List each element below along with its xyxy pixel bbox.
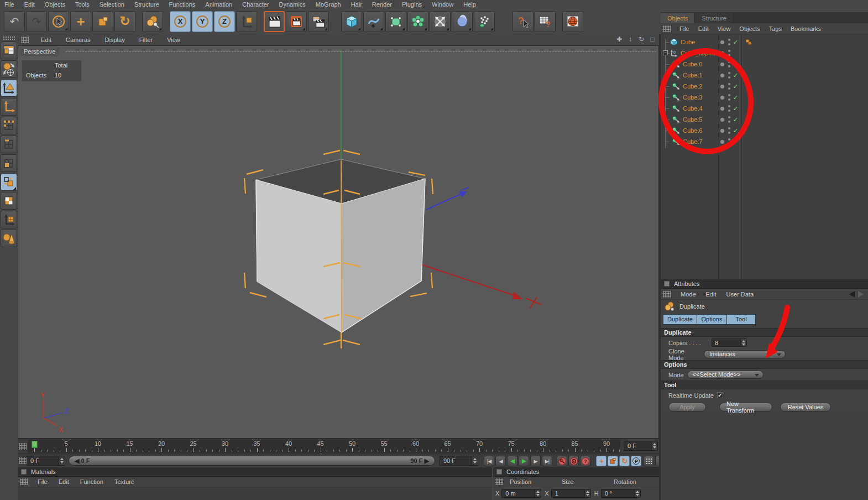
apply-button[interactable]: Apply: [668, 403, 706, 412]
manager-tab[interactable]: Structure: [695, 13, 734, 23]
layer-dot-icon[interactable]: [720, 62, 724, 66]
history-back-icon[interactable]: [849, 291, 855, 298]
enabled-check-icon[interactable]: [733, 127, 738, 134]
maximize-view-icon[interactable]: □: [648, 35, 657, 44]
object-manager-menu-handle[interactable]: [663, 25, 671, 32]
add-generator-button[interactable]: [385, 11, 406, 32]
model-mode-button[interactable]: [1, 79, 17, 97]
move-tool-button[interactable]: +: [70, 11, 91, 32]
materials-menu-item[interactable]: File: [38, 478, 48, 485]
menu-item[interactable]: Render: [372, 1, 392, 8]
layer-dot-icon[interactable]: [720, 107, 724, 111]
edges-mode-button[interactable]: [1, 136, 17, 153]
coordinate-system-button[interactable]: [236, 11, 257, 32]
help-button[interactable]: ?: [513, 11, 534, 32]
make-editable-button[interactable]: [1, 60, 17, 78]
layer-dot-icon[interactable]: [720, 96, 724, 100]
object-row[interactable]: Cube.6: [661, 125, 868, 136]
x-axis-lock-button[interactable]: X: [170, 11, 191, 32]
current-frame-field[interactable]: 0 F: [27, 456, 65, 466]
z-axis-lock-button[interactable]: Z: [214, 11, 235, 32]
visibility-toggles-icon[interactable]: [728, 105, 730, 112]
object-row[interactable]: Cube.0: [661, 59, 868, 70]
object-row[interactable]: Cube: [661, 37, 868, 48]
render-view-button[interactable]: [264, 11, 285, 32]
object-manager-menu-item[interactable]: Bookmarks: [791, 25, 821, 32]
panel-icon[interactable]: [21, 469, 27, 475]
visibility-toggles-icon[interactable]: [728, 39, 730, 45]
object-row[interactable]: Cube.4: [661, 103, 868, 114]
coordinate-value-field[interactable]: 0 °: [601, 489, 641, 498]
key-rotation-button[interactable]: ↻: [619, 456, 630, 466]
viewport-menu-item[interactable]: Filter: [139, 37, 153, 43]
object-axis-mode-button[interactable]: [1, 98, 17, 116]
tab-duplicate[interactable]: Duplicate: [663, 314, 697, 325]
visibility-toggles-icon[interactable]: [728, 116, 730, 123]
layout-button[interactable]: [1, 41, 17, 59]
render-picture-viewer-button[interactable]: [286, 11, 307, 32]
object-row[interactable]: Cube.3: [661, 92, 868, 103]
enabled-check-icon[interactable]: [733, 83, 738, 90]
section-duplicate[interactable]: Duplicate: [661, 328, 868, 337]
layer-dot-icon[interactable]: [720, 85, 724, 88]
object-manager-menu-item[interactable]: View: [718, 25, 731, 32]
materials-menu-item[interactable]: Texture: [114, 478, 134, 485]
scale-tool-button[interactable]: [92, 11, 113, 32]
texture-axis-mode-button[interactable]: [1, 211, 17, 228]
visibility-toggles-icon[interactable]: [728, 61, 730, 67]
visibility-toggles-icon[interactable]: [728, 72, 730, 79]
visibility-toggles-icon[interactable]: [728, 138, 730, 145]
enabled-check-icon[interactable]: [733, 116, 738, 123]
attributes-menu-handle[interactable]: [663, 291, 671, 298]
object-manager-menu-item[interactable]: Objects: [739, 25, 760, 32]
clone-mode-dropdown[interactable]: Instances: [704, 350, 786, 358]
object-manager-menu-item[interactable]: File: [679, 25, 689, 32]
end-frame-field[interactable]: 90 F: [440, 456, 478, 466]
animation-mode-button[interactable]: [1, 173, 17, 191]
menu-item[interactable]: MoGraph: [316, 1, 341, 8]
layer-dot-icon[interactable]: [720, 51, 724, 55]
attributes-menu-item[interactable]: Mode: [681, 291, 696, 298]
previous-frame-button[interactable]: ◀: [495, 456, 506, 466]
record-keyframe-button[interactable]: [557, 456, 567, 466]
realtime-update-checkbox[interactable]: [717, 392, 723, 398]
add-deformer-button[interactable]: [407, 11, 428, 32]
visibility-toggles-icon[interactable]: [728, 50, 730, 56]
x-axis-handle[interactable]: [422, 265, 541, 308]
menu-item[interactable]: Selection: [100, 1, 124, 8]
polygons-mode-button[interactable]: [1, 154, 17, 172]
reset-values-button[interactable]: Reset Values: [780, 403, 831, 412]
enabled-check-icon[interactable]: [733, 138, 738, 145]
enabled-check-icon[interactable]: [733, 72, 738, 79]
layer-dot-icon[interactable]: [720, 129, 724, 133]
transport-handle[interactable]: [19, 457, 27, 464]
menu-item[interactable]: Plugins: [402, 1, 422, 8]
menu-item[interactable]: Character: [242, 1, 269, 8]
rotate-tool-button[interactable]: ↻: [114, 11, 135, 32]
add-particle-system-button[interactable]: [430, 11, 451, 32]
autokey-button[interactable]: [568, 456, 579, 466]
enabled-check-icon[interactable]: [733, 105, 738, 112]
key-scale-button[interactable]: [608, 456, 618, 466]
materials-menu-item[interactable]: Function: [80, 478, 103, 485]
add-simulation-button[interactable]: [474, 11, 495, 32]
object-row[interactable]: Cube.1: [661, 70, 868, 81]
viewport-menu-item[interactable]: Edit: [41, 37, 51, 43]
section-options[interactable]: Options: [661, 360, 868, 369]
stepper-icon[interactable]: [535, 489, 541, 497]
add-cube-button[interactable]: [341, 11, 362, 32]
rotate-view-icon[interactable]: ↻: [637, 35, 646, 44]
manager-tab[interactable]: Objects: [661, 13, 695, 23]
viewport-menu-item[interactable]: Cameras: [66, 37, 91, 43]
menu-item[interactable]: Help: [463, 1, 476, 8]
zoom-view-icon[interactable]: ↕: [626, 35, 635, 44]
menu-item[interactable]: File: [4, 1, 14, 8]
key-parameter-button[interactable]: P: [631, 456, 641, 466]
coordinates-menu-handle[interactable]: [495, 478, 503, 485]
key-position-button[interactable]: +: [596, 456, 606, 466]
object-manager-menu-item[interactable]: Edit: [698, 25, 709, 32]
next-frame-button[interactable]: ▶: [530, 456, 541, 466]
stepper-icon[interactable]: [584, 489, 590, 497]
attributes-menu-item[interactable]: User Data: [726, 291, 754, 298]
stepper-icon[interactable]: [651, 441, 657, 450]
